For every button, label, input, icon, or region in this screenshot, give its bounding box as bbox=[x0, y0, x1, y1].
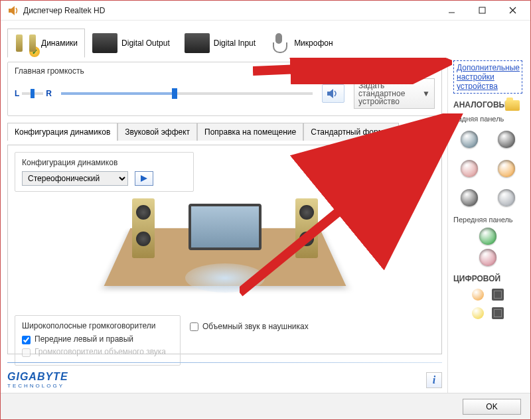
tab-microphone[interactable]: Микрофон bbox=[263, 29, 340, 58]
digital-optical-0[interactable] bbox=[491, 287, 505, 302]
speaker-config-group: Конфигурация динамиков Стереофонический bbox=[15, 152, 194, 192]
speakers-icon: ✓ bbox=[15, 32, 37, 54]
front-lr-input[interactable] bbox=[22, 336, 31, 344]
play-icon bbox=[140, 175, 148, 182]
maximize-button[interactable] bbox=[467, 1, 497, 20]
titlebar: Диспетчер Realtek HD bbox=[1, 1, 530, 21]
window-title: Диспетчер Realtek HD bbox=[23, 6, 436, 15]
rear-panel-label: Задняя панель bbox=[453, 115, 522, 123]
balance-slider[interactable] bbox=[22, 92, 43, 95]
tab-digital-input[interactable]: Digital Input bbox=[177, 29, 263, 58]
front-panel-label: Передняя панель bbox=[453, 216, 522, 224]
speaker-app-icon bbox=[7, 5, 19, 17]
surround-speakers-input bbox=[22, 348, 31, 357]
headphone-surround-checkbox[interactable]: Объемный звук в наушниках bbox=[190, 322, 309, 331]
advanced-device-settings-link[interactable]: Дополнительные настройки устройства bbox=[453, 60, 522, 94]
tab-speaker-config[interactable]: Конфигурация динамиков bbox=[7, 123, 117, 141]
tab-digital-input-label: Digital Input bbox=[214, 38, 256, 48]
front-jack-0[interactable] bbox=[479, 228, 496, 245]
surround-speakers-checkbox[interactable]: Громкоговорители объемного звука bbox=[22, 347, 173, 357]
digital-coax-0[interactable] bbox=[471, 287, 485, 302]
headphone-surround-label: Объемный звук в наушниках bbox=[202, 322, 309, 331]
test-play-button[interactable] bbox=[135, 171, 153, 186]
app-window: Диспетчер Realtek HD ✓ Динамики Digital … bbox=[0, 0, 531, 420]
scene-left-speaker[interactable] bbox=[132, 198, 155, 258]
balance-r-label: R bbox=[46, 89, 52, 98]
tab-speakers[interactable]: ✓ Динамики bbox=[7, 29, 85, 58]
connector-settings-icon[interactable] bbox=[505, 100, 520, 111]
chevron-down-icon: ▼ bbox=[422, 89, 430, 98]
svg-marker-0 bbox=[9, 6, 15, 15]
balance-l-label: L bbox=[15, 89, 19, 98]
rear-jack-4[interactable] bbox=[461, 189, 478, 206]
divider bbox=[7, 362, 442, 363]
brand-logo: GIGABYTE TECHNOLOGY bbox=[7, 371, 68, 389]
wideband-title: Широкополосные громкоговорители bbox=[22, 321, 173, 330]
config-panel: Конфигурация динамиков Стереофонический bbox=[7, 145, 442, 354]
speaker-scene-3d bbox=[15, 197, 435, 310]
rear-jack-5[interactable] bbox=[498, 189, 515, 206]
front-lr-label: Передние левый и правый bbox=[35, 334, 133, 344]
volume-slider[interactable] bbox=[61, 92, 313, 95]
connectors-panel: Дополнительные настройки устройства АНАЛ… bbox=[447, 58, 524, 393]
ok-button[interactable]: OK bbox=[463, 399, 521, 415]
headphone-surround-input[interactable] bbox=[190, 322, 198, 331]
scene-right-speaker[interactable] bbox=[295, 198, 318, 258]
speaker-config-title: Конфигурация динамиков bbox=[22, 158, 187, 167]
footer: OK bbox=[1, 393, 530, 419]
brand-name: GIGABYTE bbox=[7, 371, 68, 383]
microphone-icon bbox=[270, 33, 290, 53]
svg-marker-5 bbox=[327, 89, 333, 98]
front-jack-1[interactable] bbox=[479, 249, 496, 266]
tab-room-correction[interactable]: Поправка на помещение bbox=[197, 123, 303, 141]
rear-jack-1[interactable] bbox=[498, 131, 515, 148]
set-default-device-button[interactable]: Задать стандартное устройство ▼ bbox=[354, 78, 435, 109]
digital-coax-1[interactable] bbox=[471, 306, 485, 320]
tab-default-format[interactable]: Стандартный формат bbox=[303, 123, 399, 141]
svg-rect-2 bbox=[479, 7, 485, 13]
wideband-group: Широкополосные громкоговорители Передние… bbox=[15, 315, 181, 366]
mute-button[interactable] bbox=[322, 84, 344, 103]
rear-jack-2[interactable] bbox=[461, 160, 478, 177]
digital-optical-1[interactable] bbox=[491, 306, 505, 320]
tab-digital-output-label: Digital Output bbox=[121, 38, 170, 48]
device-tabstrip: ✓ Динамики Digital Output Digital Input … bbox=[7, 26, 524, 58]
close-button[interactable] bbox=[497, 1, 528, 20]
default-check-icon: ✓ bbox=[29, 46, 40, 57]
surround-speakers-label: Громкоговорители объемного звука bbox=[35, 347, 166, 356]
rear-jack-0[interactable] bbox=[461, 131, 478, 148]
balance-control[interactable]: L R bbox=[15, 89, 52, 98]
tab-microphone-label: Микрофон bbox=[294, 38, 333, 48]
speaker-config-select[interactable]: Стереофонический bbox=[22, 171, 128, 186]
svg-marker-6 bbox=[141, 175, 147, 182]
config-tabstrip: Конфигурация динамиков Звуковой эффект П… bbox=[7, 123, 442, 141]
digital-in-icon bbox=[185, 33, 210, 53]
digital-out-icon bbox=[92, 33, 117, 53]
tab-digital-output[interactable]: Digital Output bbox=[85, 29, 177, 58]
set-default-label: Задать стандартное устройство bbox=[358, 82, 418, 105]
tab-sound-effect[interactable]: Звуковой эффект bbox=[117, 123, 197, 141]
minimize-button[interactable] bbox=[436, 1, 467, 20]
info-button[interactable]: i bbox=[426, 372, 442, 388]
sound-icon bbox=[327, 88, 340, 99]
scene-tv-icon bbox=[189, 204, 262, 250]
tab-speakers-label: Динамики bbox=[41, 38, 78, 48]
main-volume-group: Главная громкость L R bbox=[7, 62, 442, 116]
brand-sub: TECHNOLOGY bbox=[7, 383, 68, 389]
digital-title: ЦИФРОВОЙ bbox=[453, 274, 522, 283]
main-volume-title: Главная громкость bbox=[15, 66, 435, 76]
front-lr-checkbox[interactable]: Передние левый и правый bbox=[22, 334, 173, 344]
rear-jack-3[interactable] bbox=[498, 160, 515, 177]
